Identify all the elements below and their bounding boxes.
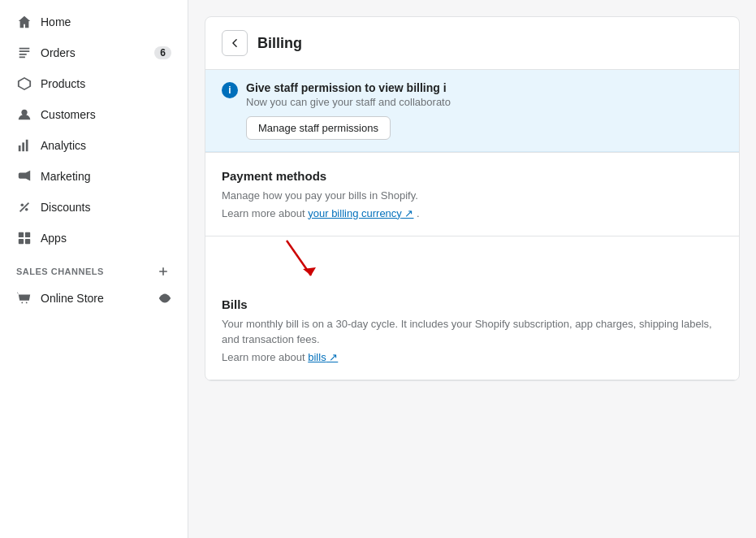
online-store-label: Online Store bbox=[41, 292, 150, 305]
svg-rect-1 bbox=[19, 145, 21, 151]
sidebar-label-products: Products bbox=[41, 77, 171, 90]
sidebar-item-apps[interactable]: Apps bbox=[6, 223, 181, 253]
bills-link-row: Learn more about bills ↗ bbox=[222, 351, 723, 363]
billing-panel: Billing i Give staff permission to view … bbox=[205, 16, 740, 381]
billing-currency-link[interactable]: your billing currency ↗ bbox=[308, 207, 413, 219]
bills-section: Bills Your monthly bill is on a 30-day c… bbox=[205, 281, 739, 380]
svg-point-4 bbox=[21, 204, 24, 207]
sidebar: Home Orders 6 Products Customers Analyti… bbox=[0, 0, 188, 538]
sidebar-item-home[interactable]: Home bbox=[6, 7, 181, 37]
sidebar-item-customers[interactable]: Customers bbox=[6, 100, 181, 129]
manage-staff-permissions-button[interactable]: Manage staff permissions bbox=[246, 116, 391, 140]
bills-desc: Your monthly bill is on a 30-day cycle. … bbox=[222, 316, 723, 348]
svg-point-0 bbox=[21, 110, 27, 115]
payment-methods-desc: Manage how you pay your bills in Shopify… bbox=[222, 188, 723, 204]
sidebar-label-apps: Apps bbox=[41, 232, 171, 245]
svg-rect-2 bbox=[22, 142, 24, 151]
bills-link[interactable]: bills ↗ bbox=[308, 351, 338, 363]
back-button[interactable] bbox=[222, 30, 248, 56]
products-icon bbox=[16, 76, 32, 92]
online-store-actions bbox=[158, 292, 171, 305]
marketing-icon bbox=[16, 168, 32, 184]
sales-channels-header: SALES CHANNELS bbox=[0, 254, 188, 283]
add-sales-channel-button[interactable] bbox=[155, 263, 171, 280]
home-icon bbox=[16, 14, 32, 30]
svg-point-5 bbox=[25, 208, 28, 211]
red-arrow-annotation bbox=[238, 236, 335, 281]
online-store-visibility-icon[interactable] bbox=[158, 292, 171, 305]
customers-icon bbox=[16, 106, 32, 123]
svg-rect-8 bbox=[19, 239, 24, 244]
apps-icon bbox=[16, 230, 32, 246]
sidebar-label-orders: Orders bbox=[41, 46, 146, 59]
main-content: Billing i Give staff permission to view … bbox=[188, 0, 756, 538]
billing-title: Billing bbox=[257, 35, 302, 52]
info-content: Give staff permission to view billing i … bbox=[246, 81, 723, 140]
info-banner: i Give staff permission to view billing … bbox=[205, 70, 739, 152]
svg-rect-7 bbox=[25, 232, 30, 237]
svg-rect-10 bbox=[21, 302, 23, 304]
info-icon: i bbox=[222, 82, 238, 98]
orders-icon bbox=[16, 45, 32, 61]
sidebar-label-customers: Customers bbox=[41, 108, 171, 121]
payment-methods-title: Payment methods bbox=[222, 169, 723, 183]
sidebar-label-home: Home bbox=[41, 15, 171, 28]
svg-rect-11 bbox=[26, 302, 28, 304]
sidebar-item-online-store[interactable]: Online Store bbox=[6, 284, 181, 313]
sidebar-item-products[interactable]: Products bbox=[6, 69, 181, 98]
discounts-icon bbox=[16, 199, 32, 215]
content-area: Billing i Give staff permission to view … bbox=[188, 0, 756, 538]
sidebar-item-marketing[interactable]: Marketing bbox=[6, 162, 181, 191]
svg-rect-6 bbox=[19, 232, 24, 237]
sidebar-item-analytics[interactable]: Analytics bbox=[6, 131, 181, 160]
svg-rect-9 bbox=[25, 239, 30, 244]
banner-desc: Now you can give your staff and collabor… bbox=[246, 96, 723, 108]
payment-methods-section: Payment methods Manage how you pay your … bbox=[205, 153, 739, 236]
online-store-icon bbox=[16, 290, 32, 306]
sidebar-label-discounts: Discounts bbox=[41, 201, 171, 214]
analytics-icon bbox=[16, 137, 32, 154]
svg-rect-3 bbox=[26, 140, 28, 151]
sidebar-item-discounts[interactable]: Discounts bbox=[6, 193, 181, 222]
sidebar-item-orders[interactable]: Orders 6 bbox=[6, 38, 181, 67]
payment-methods-link-row: Learn more about your billing currency ↗… bbox=[222, 207, 723, 219]
sidebar-label-analytics: Analytics bbox=[41, 139, 171, 152]
bills-title: Bills bbox=[222, 297, 723, 311]
sales-channels-label: SALES CHANNELS bbox=[16, 267, 104, 276]
sidebar-label-marketing: Marketing bbox=[41, 170, 171, 183]
arrow-area bbox=[205, 236, 739, 281]
banner-title: Give staff permission to view billing i bbox=[246, 81, 723, 94]
orders-badge: 6 bbox=[154, 46, 171, 59]
billing-header: Billing bbox=[205, 17, 739, 70]
